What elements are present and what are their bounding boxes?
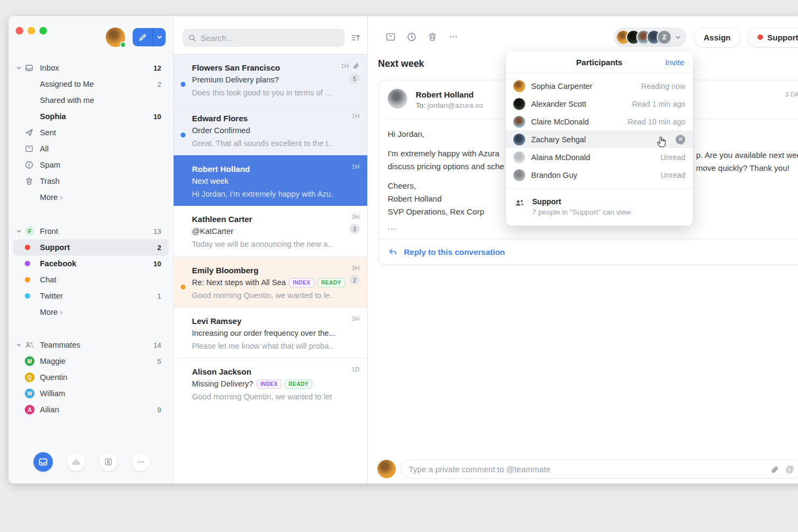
- conversation-list: Flowers San Francisco Premium Delivery p…: [174, 16, 368, 483]
- comment-input-wrapper[interactable]: @: [401, 459, 798, 479]
- participant-status: Unread: [661, 171, 685, 179]
- pencil-icon[interactable]: [133, 28, 153, 46]
- reply-arrow-icon: [388, 247, 397, 257]
- item-subject: Premium Delivery plans?: [192, 74, 333, 86]
- participant-avatar: [513, 169, 525, 181]
- sidebar-item-front[interactable]: F Front 13: [9, 223, 173, 239]
- item-time: 1H: [341, 63, 349, 69]
- participant-row[interactable]: Alexander Scott Read 1 min ago: [506, 95, 693, 113]
- sidebar-item-label: Support: [40, 243, 157, 252]
- list-item[interactable]: Edward Flores Order Confirmed Great. Tha…: [174, 105, 367, 155]
- list-item[interactable]: Flowers San Francisco Premium Delivery p…: [174, 54, 367, 105]
- sidebar-item-more-mailboxes[interactable]: More ›: [9, 189, 173, 205]
- user-avatar[interactable]: [106, 27, 125, 47]
- sidebar-item-label: Sophia: [40, 112, 154, 121]
- analytics-icon[interactable]: [67, 453, 85, 471]
- sidebar-item-quentin[interactable]: Q Quentin: [9, 369, 173, 385]
- inbox-nav-button[interactable]: [33, 452, 53, 472]
- snooze-clock-icon[interactable]: [406, 31, 417, 42]
- purple-channel-dot-icon: [25, 261, 40, 266]
- sidebar-item-more-channels[interactable]: More ›: [9, 304, 173, 320]
- item-sender: Alison Jackson: [192, 365, 333, 378]
- sidebar-item-chat[interactable]: Chat: [9, 272, 173, 288]
- archive-icon[interactable]: [385, 31, 396, 42]
- unread-count: 14: [154, 341, 161, 349]
- sidebar-item-william[interactable]: W William: [9, 385, 173, 402]
- comment-input[interactable]: [409, 465, 765, 474]
- sidebar-item-ailian[interactable]: A Ailian 9: [9, 402, 173, 418]
- tag-ready: READY: [318, 278, 345, 287]
- to-label: To:: [416, 101, 425, 109]
- commenter-avatar: [377, 460, 396, 478]
- sidebar-item-spam[interactable]: Spam: [9, 157, 173, 173]
- sidebar-item-label: Quentin: [40, 373, 161, 382]
- more-ellipsis-icon[interactable]: [448, 31, 459, 42]
- sidebar-item-label: William: [40, 389, 161, 398]
- trash-icon[interactable]: [427, 31, 438, 42]
- sidebar-item-label: Shared with me: [40, 96, 161, 105]
- list-item[interactable]: Kathleen Carter @KatCarter Today we will…: [174, 206, 367, 257]
- chevron-down-icon[interactable]: [16, 229, 25, 234]
- search-row: [174, 16, 367, 54]
- list-item[interactable]: Emily Bloomberg Re: Next steps with All …: [174, 257, 367, 307]
- sidebar-item-label: Assigned to Me: [40, 80, 157, 88]
- assign-button[interactable]: Assign: [694, 28, 740, 47]
- inbox-tag-button[interactable]: Support: [748, 28, 798, 47]
- search-input-wrapper[interactable]: [183, 29, 345, 47]
- sort-icon[interactable]: [351, 33, 361, 42]
- participant-row[interactable]: Sophia Carpenter Reading now: [506, 77, 693, 95]
- sidebar-item-sent[interactable]: Sent: [9, 125, 173, 141]
- body-line1-left: I'm extremely happy with Azura: [388, 149, 499, 158]
- chevron-down-icon[interactable]: [16, 65, 25, 71]
- unread-count: 13: [154, 227, 161, 236]
- participant-row[interactable]: Brandon Guy Unread: [506, 166, 693, 184]
- list-item-selected[interactable]: Robert Holland Next week Hi Jordan, I'm …: [174, 155, 367, 206]
- list-item[interactable]: Levi Ramsey Increasing our order frequen…: [174, 307, 367, 358]
- sidebar-item-facebook[interactable]: Facebook 10: [9, 255, 173, 272]
- participant-row[interactable]: Alaina McDonald Unread: [506, 148, 693, 166]
- window-controls: [16, 27, 47, 34]
- reply-link[interactable]: Reply to this conversation: [379, 239, 798, 264]
- search-input[interactable]: [201, 33, 339, 43]
- item-preview: Good morning Quentin, we wanted to le...: [192, 289, 333, 302]
- message-count-badge: 3: [349, 224, 360, 234]
- sidebar-item-assigned-to-me[interactable]: Assigned to Me 2: [9, 76, 173, 92]
- participant-name: Claire McDonald: [531, 118, 622, 126]
- remove-participant-button[interactable]: ✕: [676, 135, 685, 144]
- compose-dropdown-chevron-icon[interactable]: [153, 28, 166, 46]
- teammate-avatar: Q: [25, 372, 40, 382]
- sidebar-item-teammates[interactable]: Teammates 14: [9, 337, 173, 353]
- participant-avatar: [513, 80, 525, 92]
- zoom-window-button[interactable]: [39, 27, 47, 34]
- sidebar-item-support[interactable]: Support 2: [13, 239, 169, 255]
- sidebar-item-sophia[interactable]: Sophia 10: [9, 108, 173, 125]
- chevron-down-icon[interactable]: [16, 342, 25, 348]
- list-item[interactable]: Alison Jackson Missing Delivery?INDEXREA…: [174, 358, 367, 409]
- sidebar-item-inbox[interactable]: Inbox 12: [9, 60, 173, 76]
- close-window-button[interactable]: [16, 27, 23, 34]
- body-signoff: Cheers,: [388, 181, 416, 190]
- mention-at-icon[interactable]: @: [786, 465, 794, 474]
- contacts-icon[interactable]: [99, 453, 118, 471]
- sidebar-item-label: Spam: [40, 161, 161, 169]
- participant-row[interactable]: Claire McDonald Read 10 min ago: [506, 113, 693, 130]
- message-timestamp: 3 DAYS: [785, 91, 798, 98]
- participants-button[interactable]: 2: [614, 27, 686, 47]
- paperclip-icon[interactable]: [770, 465, 779, 474]
- participant-status: Unread: [661, 153, 685, 162]
- sidebar-item-twitter[interactable]: Twitter 1: [9, 288, 173, 304]
- sidebar-item-all[interactable]: All: [9, 141, 173, 157]
- teammate-avatar: M: [25, 356, 40, 366]
- sidebar-item-shared-with-me[interactable]: Shared with me: [9, 92, 173, 108]
- invite-link[interactable]: Invite: [665, 58, 684, 67]
- more-ellipsis-icon[interactable]: [132, 453, 150, 471]
- sidebar-item-maggie[interactable]: M Maggie 5: [9, 353, 173, 369]
- red-channel-dot-icon: [758, 34, 763, 40]
- compose-button[interactable]: [133, 28, 166, 46]
- sidebar-item-trash[interactable]: Trash: [9, 173, 173, 189]
- conversation-title: Next week: [378, 58, 424, 70]
- sidebar-item-label: Chat: [40, 275, 161, 284]
- minimize-window-button[interactable]: [27, 27, 35, 34]
- conversation-header-actions: 2 Assign Support: [614, 27, 798, 47]
- item-subject: Re: Next steps with All Sea: [192, 277, 286, 289]
